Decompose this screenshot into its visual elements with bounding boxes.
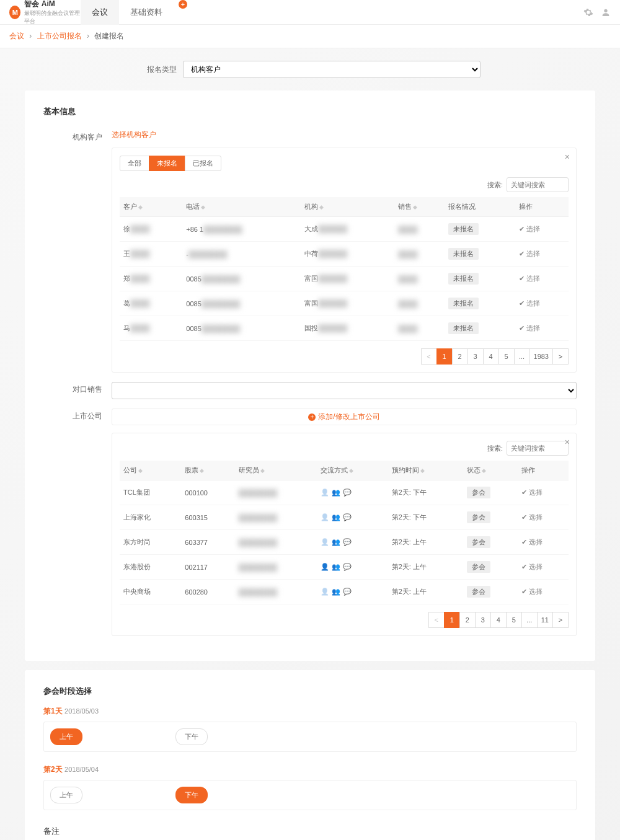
- page-button[interactable]: 11: [537, 612, 553, 628]
- type-select[interactable]: 机构客户: [183, 61, 480, 78]
- col-sales[interactable]: 销售◆: [394, 197, 445, 217]
- col-comm[interactable]: 交流方式◆: [317, 461, 388, 480]
- day-block: 第1天 2018/05/03上午下午: [43, 706, 577, 752]
- page-button[interactable]: ...: [521, 612, 538, 628]
- search-input[interactable]: [507, 177, 569, 192]
- slot-button[interactable]: 上午: [50, 787, 82, 803]
- select-link[interactable]: ✔ 选择: [519, 324, 540, 333]
- cell-state: 参会: [463, 505, 518, 530]
- logo-icon: M: [9, 6, 20, 19]
- page-button[interactable]: <: [428, 612, 445, 628]
- check-icon: ✔: [519, 225, 525, 233]
- col-company[interactable]: 公司◆: [120, 461, 181, 480]
- page-button[interactable]: 5: [498, 348, 515, 365]
- cell-org: 国投██████: [301, 316, 394, 341]
- breadcrumb-link[interactable]: 上市公司报名: [37, 32, 82, 40]
- nav-tabs: 会议 基础资料 +: [81, 0, 187, 25]
- page-button[interactable]: 1: [436, 348, 453, 365]
- cell-org: 中荷██████: [301, 242, 394, 267]
- select-link[interactable]: ✔ 选择: [519, 274, 540, 283]
- page-button[interactable]: >: [552, 348, 569, 365]
- cell-stock: 002117: [181, 555, 234, 580]
- page-button[interactable]: 4: [483, 348, 499, 365]
- page-button[interactable]: 1983: [529, 348, 553, 365]
- cell-status: 未报名: [445, 316, 515, 341]
- cell-phone: -████████: [182, 242, 301, 267]
- user-icon[interactable]: [601, 7, 611, 17]
- pill-registered[interactable]: 已报名: [185, 156, 221, 171]
- cell-name: 郑████: [120, 267, 182, 291]
- slot-button[interactable]: 上午: [50, 728, 82, 745]
- cell-researcher: ████████: [235, 555, 317, 580]
- col-customer[interactable]: 客户◆: [120, 197, 182, 217]
- close-icon[interactable]: ×: [565, 152, 570, 162]
- select-link[interactable]: ✔ 选择: [519, 224, 540, 234]
- brand-name: 智会 AiM: [24, 0, 81, 9]
- slot-button[interactable]: 下午: [175, 787, 208, 803]
- select-link[interactable]: ✔ 选择: [521, 587, 542, 596]
- pill-not-registered[interactable]: 未报名: [149, 156, 185, 171]
- select-link[interactable]: ✔ 选择: [521, 537, 542, 547]
- page-button[interactable]: 2: [452, 348, 468, 365]
- brand-slogan: 最聪明的金融会议管理平台: [24, 9, 81, 25]
- col-stock[interactable]: 股票◆: [181, 461, 234, 480]
- page-button[interactable]: 5: [506, 612, 522, 628]
- cell-phone: 0085████████: [182, 267, 301, 291]
- basic-info-title: 基本信息: [43, 106, 577, 117]
- person-icon: 👤: [321, 588, 329, 596]
- cell-researcher: ████████: [235, 505, 317, 530]
- page-button[interactable]: >: [552, 612, 569, 628]
- table-row: 王████-████████中荷██████████未报名✔ 选择: [120, 242, 569, 267]
- cell-company: TCL集团: [120, 480, 181, 505]
- col-state[interactable]: 状态◆: [463, 461, 518, 480]
- cell-researcher: ████████: [235, 580, 317, 604]
- search-input[interactable]: [507, 441, 569, 456]
- check-icon: ✔: [519, 299, 525, 307]
- page-button[interactable]: 4: [490, 612, 507, 628]
- page-button[interactable]: <: [421, 348, 437, 365]
- tab-basedata[interactable]: 基础资料: [119, 0, 174, 25]
- col-op: 操作: [515, 197, 569, 217]
- close-icon[interactable]: ×: [565, 437, 570, 447]
- cell-state: 参会: [463, 530, 518, 555]
- search-label: 搜索:: [487, 444, 503, 453]
- page-button[interactable]: 3: [467, 348, 484, 365]
- col-researcher[interactable]: 研究员◆: [235, 461, 317, 480]
- pill-all[interactable]: 全部: [120, 156, 149, 171]
- sales-select[interactable]: [112, 382, 577, 399]
- cell-status: 未报名: [445, 267, 515, 291]
- svg-point-0: [604, 9, 607, 12]
- day-block: 第2天 2018/05/04上午下午: [43, 764, 577, 810]
- page-button[interactable]: 2: [459, 612, 476, 628]
- add-company-link[interactable]: + 添加/修改上市公司: [112, 409, 577, 425]
- select-link[interactable]: ✔ 选择: [519, 299, 540, 308]
- slot-button[interactable]: 下午: [175, 728, 208, 745]
- cell-sales: ████: [394, 267, 445, 291]
- add-tab-button[interactable]: +: [179, 0, 187, 9]
- page-button[interactable]: 1: [444, 612, 460, 628]
- select-link[interactable]: ✔ 选择: [519, 249, 540, 259]
- cell-company: 中央商场: [120, 580, 181, 604]
- logo[interactable]: M 智会 AiM 最聪明的金融会议管理平台: [9, 0, 81, 25]
- cell-time: 第2天: 下午: [388, 505, 463, 530]
- registration-type-row: 报名类型 机构客户: [25, 61, 595, 78]
- choose-customer-link[interactable]: 选择机构客户: [112, 130, 156, 139]
- cell-researcher: ████████: [235, 480, 317, 505]
- tab-meeting[interactable]: 会议: [81, 0, 119, 25]
- breadcrumb-link[interactable]: 会议: [9, 32, 24, 40]
- company-label: 上市公司: [43, 409, 112, 636]
- gear-icon[interactable]: [583, 7, 593, 17]
- wechat-icon: 💬: [343, 538, 352, 546]
- col-phone[interactable]: 电话◆: [182, 197, 301, 217]
- breadcrumb-sep: ›: [87, 32, 89, 40]
- cell-name: 马████: [120, 316, 182, 341]
- page-button[interactable]: ...: [514, 348, 530, 365]
- select-link[interactable]: ✔ 选择: [521, 488, 542, 497]
- table-row: 徐████+86 1████████大成██████████未报名✔ 选择: [120, 217, 569, 242]
- select-link[interactable]: ✔ 选择: [521, 562, 542, 572]
- cell-status: 未报名: [445, 291, 515, 316]
- page-button[interactable]: 3: [475, 612, 491, 628]
- col-org[interactable]: 机构◆: [301, 197, 394, 217]
- select-link[interactable]: ✔ 选择: [521, 513, 542, 522]
- col-time[interactable]: 预约时间◆: [388, 461, 463, 480]
